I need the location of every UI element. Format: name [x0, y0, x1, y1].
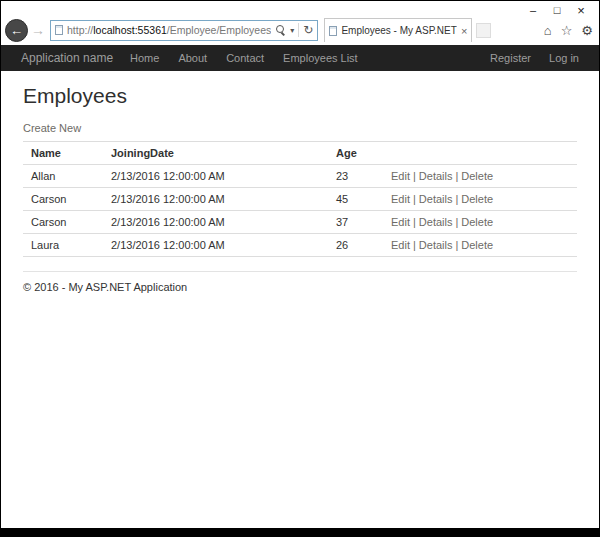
url-scheme: http:// — [67, 24, 93, 36]
edit-link[interactable]: Edit — [391, 239, 410, 251]
navbar-brand[interactable]: Application name — [21, 51, 113, 65]
action-separator: | — [413, 170, 416, 182]
page-content: Employees Create New Name JoiningDate Ag… — [1, 71, 599, 528]
delete-link[interactable]: Delete — [461, 193, 493, 205]
cell-actions: Edit|Details|Delete — [383, 234, 577, 257]
edit-link[interactable]: Edit — [391, 216, 410, 228]
maximize-button[interactable]: □ — [545, 4, 569, 17]
cell-joiningdate: 2/13/2016 12:00:00 AM — [103, 165, 328, 188]
cell-joiningdate: 2/13/2016 12:00:00 AM — [103, 234, 328, 257]
cell-actions: Edit|Details|Delete — [383, 165, 577, 188]
details-link[interactable]: Details — [419, 239, 453, 251]
nav-login[interactable]: Log in — [549, 52, 579, 64]
cell-name: Carson — [23, 188, 103, 211]
table-row: Allan 2/13/2016 12:00:00 AM 23 Edit|Deta… — [23, 165, 577, 188]
cell-joiningdate: 2/13/2016 12:00:00 AM — [103, 211, 328, 234]
employees-table: Name JoiningDate Age Allan 2/13/2016 12:… — [23, 141, 577, 257]
details-link[interactable]: Details — [419, 170, 453, 182]
nav-about[interactable]: About — [178, 52, 207, 64]
app-navbar: Application name Home About Contact Empl… — [1, 45, 599, 71]
action-separator: | — [413, 216, 416, 228]
navbar-links: Home About Contact Employees List — [130, 52, 377, 64]
cell-age: 37 — [328, 211, 383, 234]
footer-copyright: © 2016 - My ASP.NET Application — [23, 272, 577, 302]
nav-home[interactable]: Home — [130, 52, 159, 64]
col-header-age: Age — [328, 142, 383, 165]
back-button[interactable]: ← — [5, 19, 28, 42]
nav-contact[interactable]: Contact — [226, 52, 264, 64]
delete-link[interactable]: Delete — [461, 239, 493, 251]
cell-age: 23 — [328, 165, 383, 188]
tab-close-icon[interactable]: × — [461, 25, 467, 37]
action-separator: | — [413, 239, 416, 251]
cell-age: 45 — [328, 188, 383, 211]
cell-joiningdate: 2/13/2016 12:00:00 AM — [103, 188, 328, 211]
details-link[interactable]: Details — [419, 216, 453, 228]
cell-name: Allan — [23, 165, 103, 188]
page-favicon-icon — [55, 25, 63, 35]
table-header-row: Name JoiningDate Age — [23, 142, 577, 165]
back-icon: ← — [10, 23, 23, 38]
home-icon[interactable]: ⌂ — [544, 23, 552, 38]
window-bottom-edge — [1, 528, 599, 536]
edit-link[interactable]: Edit — [391, 193, 410, 205]
window-titlebar: – □ × — [1, 1, 599, 18]
col-header-actions — [383, 142, 577, 165]
nav-employees-list[interactable]: Employees List — [283, 52, 358, 64]
url-host: localhost:55361 — [93, 24, 167, 36]
browser-toolbar: ← → http://localhost:55361/Employee/Empl… — [1, 18, 599, 45]
settings-gear-icon[interactable]: ⚙ — [581, 23, 593, 38]
action-separator: | — [413, 193, 416, 205]
action-separator: | — [455, 239, 458, 251]
forward-button[interactable]: → — [31, 22, 45, 38]
table-row: Carson 2/13/2016 12:00:00 AM 45 Edit|Det… — [23, 188, 577, 211]
cell-actions: Edit|Details|Delete — [383, 211, 577, 234]
url-text: http://localhost:55361/Employee/Employee… — [67, 24, 271, 36]
navbar-account-links: Register Log in — [472, 52, 579, 64]
minimize-button[interactable]: – — [521, 4, 545, 17]
new-tab-button[interactable] — [476, 23, 491, 38]
page-title: Employees — [23, 84, 577, 108]
search-dropdown-icon[interactable]: ▾ — [290, 26, 294, 35]
tab-favicon-icon — [329, 26, 337, 36]
action-separator: | — [455, 170, 458, 182]
col-header-name: Name — [23, 142, 103, 165]
browser-window: – □ × ← → http://localhost:55361/Employe… — [0, 0, 600, 537]
tab-title: Employees - My ASP.NET A... — [341, 25, 457, 36]
cell-name: Carson — [23, 211, 103, 234]
col-header-joiningdate: JoiningDate — [103, 142, 328, 165]
action-separator: | — [455, 193, 458, 205]
search-icon[interactable] — [275, 25, 286, 36]
delete-link[interactable]: Delete — [461, 216, 493, 228]
url-path: /Employee/Employees — [167, 24, 271, 36]
addressbar-divider — [298, 23, 299, 37]
table-row: Carson 2/13/2016 12:00:00 AM 37 Edit|Det… — [23, 211, 577, 234]
nav-register[interactable]: Register — [490, 52, 531, 64]
action-separator: | — [455, 216, 458, 228]
refresh-icon[interactable]: ↻ — [303, 23, 313, 37]
browser-action-icons: ⌂ ☆ ⚙ — [544, 23, 593, 38]
cell-age: 26 — [328, 234, 383, 257]
delete-link[interactable]: Delete — [461, 170, 493, 182]
cell-name: Laura — [23, 234, 103, 257]
table-row: Laura 2/13/2016 12:00:00 AM 26 Edit|Deta… — [23, 234, 577, 257]
address-bar[interactable]: http://localhost:55361/Employee/Employee… — [50, 20, 318, 41]
edit-link[interactable]: Edit — [391, 170, 410, 182]
cell-actions: Edit|Details|Delete — [383, 188, 577, 211]
favorites-star-icon[interactable]: ☆ — [561, 23, 573, 38]
create-new-link[interactable]: Create New — [23, 122, 81, 134]
browser-tab[interactable]: Employees - My ASP.NET A... × — [324, 18, 472, 42]
details-link[interactable]: Details — [419, 193, 453, 205]
window-close-button[interactable]: × — [569, 4, 593, 17]
